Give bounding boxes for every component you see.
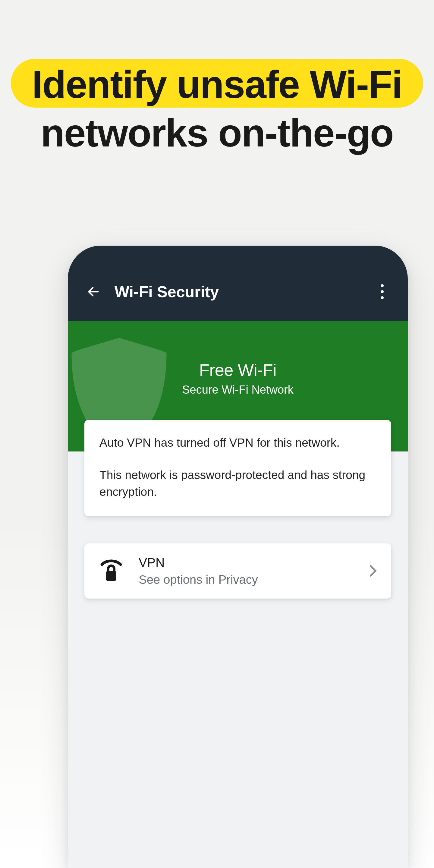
promo-page: Identify unsafe Wi-Fi networks on-the-go… <box>0 0 434 868</box>
info-line-1: Auto VPN has turned off VPN for this net… <box>99 434 376 452</box>
headline-second-line: networks on-the-go <box>0 111 434 156</box>
network-name: Free Wi-Fi <box>68 321 408 380</box>
network-status-text: Secure Wi-Fi Network <box>68 383 408 396</box>
page-title: Wi-Fi Security <box>115 283 373 301</box>
app-bar: Wi-Fi Security <box>68 246 408 321</box>
more-vertical-icon <box>381 284 384 299</box>
svg-rect-2 <box>106 571 116 581</box>
chevron-right-icon <box>367 564 379 578</box>
vpn-card-text: VPN See options in Privacy <box>138 555 367 587</box>
back-button[interactable] <box>84 283 102 301</box>
marketing-headline: Identify unsafe Wi-Fi networks on-the-go <box>0 59 434 156</box>
content-area: Auto VPN has turned off VPN for this net… <box>68 420 408 598</box>
info-line-2: This network is password-protected and h… <box>99 467 376 501</box>
phone-frame: Wi-Fi Security Free Wi-Fi Secure Wi-Fi N… <box>68 246 408 868</box>
vpn-card-subtitle: See options in Privacy <box>138 573 367 587</box>
info-card: Auto VPN has turned off VPN for this net… <box>84 420 391 516</box>
headline-highlighted: Identify unsafe Wi-Fi <box>11 59 423 107</box>
vpn-lock-icon <box>99 557 127 584</box>
vpn-card-title: VPN <box>138 555 367 570</box>
more-button[interactable] <box>373 283 391 301</box>
vpn-card[interactable]: VPN See options in Privacy <box>84 544 391 598</box>
arrow-left-icon <box>87 285 100 299</box>
